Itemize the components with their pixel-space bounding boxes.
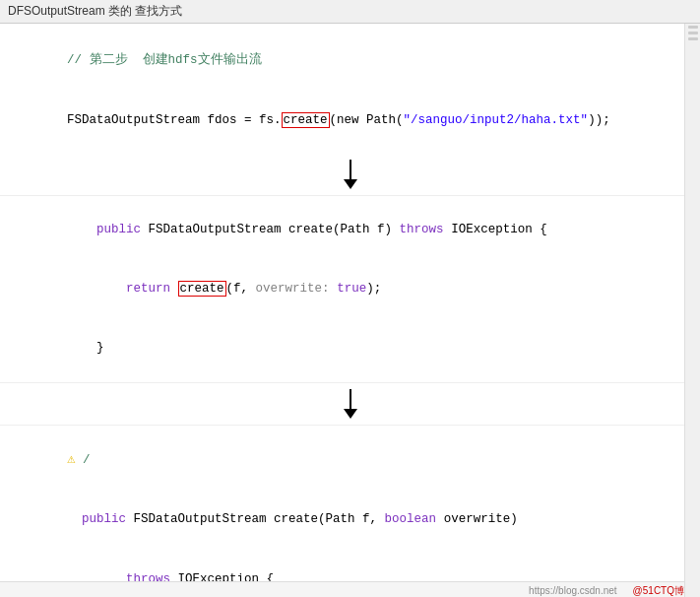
code-line: ⚠ / [0,430,700,491]
param-hint: overwrite: [256,282,330,296]
code-line: public FSDataOutputStream create(Path f,… [0,491,700,550]
arrow-1 [0,154,700,195]
down-arrow [344,160,357,189]
code-line: return create(f, overwrite: true); [0,259,700,318]
string-literal: "/sanguo/input2/haha.txt" [404,113,589,127]
method-name: create [288,223,333,236]
title-bar: DFSOutputStream 类的 查找方式 [0,0,700,24]
main-window: DFSOutputStream 类的 查找方式 // 第二步 创建hdfs文件输… [0,0,700,597]
arrow-2 [0,383,700,425]
code-line: FSDataOutputStream fdos = fs.create(new … [0,91,700,150]
highlighted-create-2: create [178,281,226,297]
code-text: (new Path( [330,113,404,127]
code-text: )); [588,113,610,127]
warning-icon: ⚠ [67,451,75,467]
code-text: FSDataOutputStream [149,223,289,236]
arrow-line [350,389,351,409]
footer-bar: https://blog.csdn.net @51CTQ博客 [0,581,700,597]
arrow-line [350,160,351,179]
comment-text: // 第二步 创建hdfs文件输出流 [67,53,262,67]
keyword: throws [400,223,444,236]
keyword: public [82,512,126,526]
arrow-head [344,409,357,419]
code-text: FSDataOutputStream [134,512,275,526]
keyword: return [126,282,170,296]
code-line: public FSDataOutputStream create(Path f)… [0,200,700,259]
keyword: true [337,282,366,296]
code-section-2: public FSDataOutputStream create(Path f)… [0,195,700,382]
code-section-3: ⚠ / public FSDataOutputStream create(Pat… [0,425,700,597]
code-text: (Path f) [333,223,400,236]
code-text: } [96,341,104,355]
code-text: IOException { [444,223,547,236]
code-text: (f, [226,282,256,296]
footer-url: https://blog.csdn.net [529,585,617,596]
down-arrow [344,389,357,419]
title-text: DFSOutputStream 类的 查找方式 [8,3,182,20]
keyword: boolean [385,512,437,526]
code-text [330,282,338,296]
highlighted-create-1: create [282,112,330,128]
code-text: FSDataOutputStream fdos = fs. [67,113,282,127]
arrow-head [344,179,357,189]
code-text: ); [366,282,381,296]
right-gutter [684,24,700,597]
keyword: public [96,223,141,236]
code-line: // 第二步 创建hdfs文件输出流 [0,32,700,91]
method-name: create [274,512,318,526]
comment-text: / [83,453,91,467]
code-section-1: // 第二步 创建hdfs文件输出流 FSDataOutputStream fd… [0,24,700,154]
code-line: } [0,319,700,378]
code-text: overwrite) [436,512,518,526]
code-text: (Path f, [318,512,385,526]
